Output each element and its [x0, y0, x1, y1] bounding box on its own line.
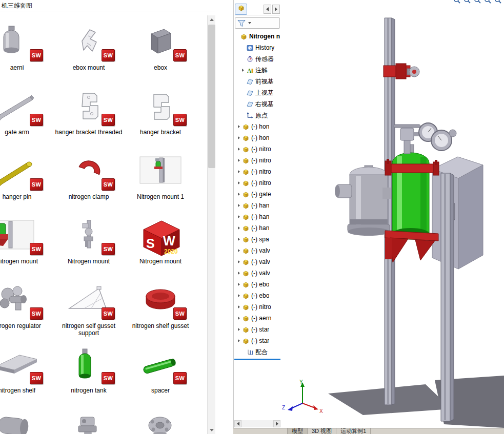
document-tab[interactable]: 3D 视图 — [308, 428, 336, 434]
hanger-pin-thumb: SW — [0, 152, 39, 192]
tree-component[interactable]: (-) nitro — [234, 166, 281, 177]
expand-arrow-icon[interactable] — [238, 238, 240, 241]
tree-root[interactable]: Nitrogen n — [234, 31, 281, 42]
tree-component[interactable]: (-) ebo — [234, 279, 281, 290]
file-item[interactable]: SWaerni — [0, 20, 53, 85]
viewport-canvas[interactable]: Y X Z — [281, 0, 504, 428]
expand-arrow-icon[interactable] — [238, 339, 240, 342]
featuremanager-tab[interactable] — [235, 4, 247, 15]
tree-component[interactable]: (-) hon — [234, 121, 281, 132]
tree-component[interactable]: (-) nitro — [234, 301, 281, 313]
document-tab[interactable]: 模型 — [287, 428, 308, 434]
tree-folder[interactable]: 原点 — [234, 110, 281, 121]
file-item[interactable]: SWNitrogen mount — [0, 214, 53, 279]
tree-filter-bar[interactable] — [235, 17, 280, 29]
expand-arrow-icon[interactable] — [238, 193, 240, 196]
tree-component[interactable]: (-) valv — [234, 256, 281, 267]
tree-horizontal-scrollbar[interactable] — [234, 420, 280, 427]
scroll-right-button[interactable] — [273, 420, 280, 427]
view-settings-icon[interactable] — [494, 0, 502, 4]
file-item[interactable]: SW — [0, 408, 53, 434]
expand-arrow-icon[interactable] — [238, 272, 240, 275]
file-item[interactable]: SWnitrogen tank — [53, 343, 125, 408]
file-item[interactable]: SWhanger bracket threaded — [53, 85, 125, 150]
expand-arrow-icon[interactable] — [238, 136, 240, 139]
tree-component[interactable]: (-) han — [234, 222, 281, 234]
zoom-area-icon[interactable] — [463, 0, 471, 4]
tree-item-label: (-) hon — [251, 134, 269, 141]
tree-component[interactable]: (-) han — [234, 211, 281, 222]
tree-component[interactable]: (-) nitro — [234, 155, 281, 166]
file-item[interactable]: SWnitrogen shelf — [0, 343, 53, 408]
expand-arrow-icon[interactable] — [238, 294, 240, 297]
file-item[interactable]: SWebox mount — [53, 20, 125, 85]
tab-scroll-right-button[interactable] — [272, 5, 280, 14]
expand-arrow-icon[interactable] — [242, 69, 244, 72]
scroll-up-button[interactable] — [208, 15, 215, 24]
tree-component[interactable]: (-) valv — [234, 245, 281, 256]
tree-component[interactable]: (-) hon — [234, 132, 281, 143]
tree-component[interactable]: (-) ebo — [234, 290, 281, 301]
scroll-up-icon — [210, 18, 214, 21]
file-item[interactable]: SWnitrogen self gusset support — [53, 279, 125, 343]
nitrogen-mount-part-thumb: SW — [67, 216, 111, 256]
expand-arrow-icon[interactable] — [238, 317, 240, 320]
tree-component[interactable]: (-) valv — [234, 267, 281, 279]
expand-arrow-icon[interactable] — [238, 260, 240, 263]
tree-folder[interactable]: 上视基 — [234, 87, 281, 98]
tree-component[interactable]: (-) nitro — [234, 143, 281, 155]
expand-arrow-icon[interactable] — [238, 305, 240, 308]
file-item[interactable]: Nitrogen mount 1 — [125, 150, 196, 214]
file-item[interactable]: SWnitrogen clamp — [53, 150, 125, 214]
expand-arrow-icon[interactable] — [238, 125, 240, 128]
tree-component[interactable]: (-) aern — [234, 313, 281, 324]
expand-arrow-icon[interactable] — [238, 181, 240, 184]
expand-arrow-icon[interactable] — [238, 204, 240, 207]
expand-arrow-icon[interactable] — [238, 215, 240, 218]
tree-component[interactable]: (-) spa — [234, 234, 281, 245]
tree-item-label: 注解 — [255, 66, 268, 75]
scroll-down-button[interactable] — [208, 426, 215, 434]
file-item[interactable]: SWspacer — [125, 343, 196, 408]
file-item[interactable]: SWebox — [125, 20, 196, 85]
file-panel-scrollbar[interactable] — [207, 15, 215, 434]
file-item[interactable]: SW — [125, 408, 196, 434]
scrollbar-track[interactable] — [241, 420, 273, 427]
scrollbar-thumb[interactable] — [208, 25, 215, 168]
tree-folder[interactable]: History — [234, 42, 281, 53]
expand-arrow-icon[interactable] — [238, 170, 240, 173]
file-item[interactable]: SW2020Nitrogen mount — [125, 214, 196, 279]
tree-mates[interactable]: 配合 — [234, 346, 281, 358]
tree-folder[interactable]: 前视基 — [234, 76, 281, 87]
scroll-left-button[interactable] — [234, 420, 241, 427]
rotate-view-icon[interactable] — [484, 0, 492, 4]
file-item[interactable]: SWNitrogen mount — [53, 214, 125, 279]
chevron-down-icon[interactable] — [248, 22, 251, 24]
expand-arrow-icon[interactable] — [238, 226, 240, 230]
file-item[interactable]: SWgate arm — [0, 85, 53, 150]
tree-folder[interactable]: A注解 — [234, 65, 281, 76]
pan-icon[interactable] — [474, 0, 481, 4]
tree-component[interactable]: (-) nitro — [234, 177, 281, 189]
tab-scroll-left-button[interactable] — [264, 5, 271, 14]
tree-folder[interactable]: 右视基 — [234, 98, 281, 110]
tree-folder[interactable]: 传感器 — [234, 53, 281, 65]
tree-component[interactable]: (-) han — [234, 200, 281, 211]
zoom-to-fit-icon[interactable] — [453, 0, 461, 4]
file-item[interactable]: SWnitrogen regulator — [0, 279, 53, 343]
file-item[interactable]: SWhanger pin — [0, 150, 53, 214]
file-item[interactable]: SW — [53, 408, 125, 434]
tree-component[interactable]: (-) gate — [234, 189, 281, 200]
expand-arrow-icon[interactable] — [238, 148, 240, 151]
expand-arrow-icon[interactable] — [238, 249, 240, 252]
document-tab[interactable]: 运动算例1 — [336, 428, 371, 434]
file-item[interactable]: SWnitrogen shelf gusset — [125, 279, 196, 343]
expand-arrow-icon[interactable] — [238, 159, 240, 162]
tree-component[interactable]: (-) star — [234, 335, 281, 346]
part-icon — [242, 281, 250, 288]
expand-arrow-icon[interactable] — [238, 283, 240, 286]
tree-component[interactable]: (-) star — [234, 324, 281, 335]
file-item[interactable]: SWhanger bracket — [125, 85, 196, 150]
rollback-bar[interactable] — [234, 359, 280, 360]
expand-arrow-icon[interactable] — [238, 328, 240, 331]
